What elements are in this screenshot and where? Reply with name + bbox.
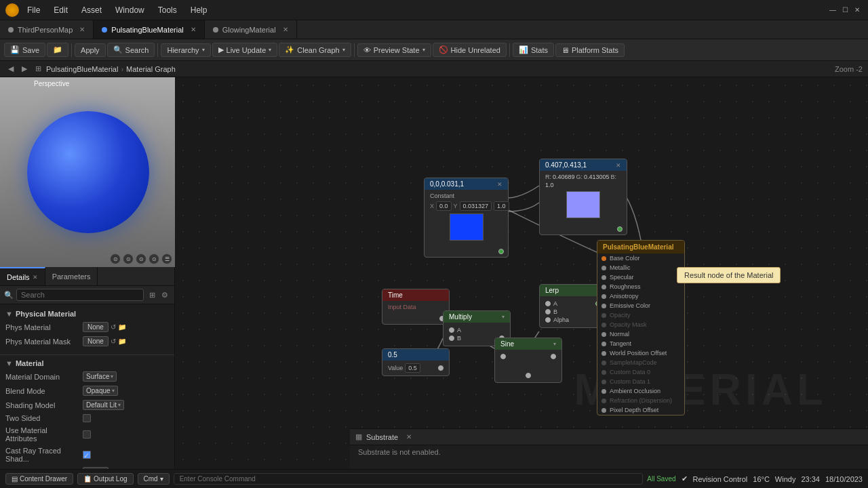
phys-material-browse-icon[interactable]: 📁 xyxy=(118,323,126,331)
mat-domain-select[interactable]: Surface ▾ xyxy=(83,371,117,382)
menu-file[interactable]: File xyxy=(24,4,43,16)
node-c1-y[interactable]: 0.031327 xyxy=(460,201,492,211)
live-update-button[interactable]: ▶ Live Update ▾ xyxy=(212,43,278,57)
blend-select[interactable]: Opaque ▾ xyxy=(83,386,118,396)
node-c1-x[interactable]: 0.0 xyxy=(436,201,452,211)
content-drawer-button[interactable]: ▤ Content Drawer xyxy=(5,473,73,485)
node-multiply-portb-port[interactable] xyxy=(449,336,454,341)
node-sine-out-port[interactable] xyxy=(551,354,556,359)
node-c1-output-port[interactable] xyxy=(498,249,504,254)
menu-tools[interactable]: Tools xyxy=(155,4,180,16)
hierarchy-button[interactable]: Hierarchy ▾ xyxy=(161,43,210,57)
breadcrumb-material[interactable]: PulsatingBlueMaterial xyxy=(46,65,118,73)
node-c2-output-port[interactable] xyxy=(617,226,623,232)
node-lerp-alpha-port[interactable] xyxy=(545,317,551,323)
left-panel: Perspective ⊙ ⊙ ⊙ ⊙ ☰ Details ✕ Paramete… xyxy=(0,77,175,469)
node-time[interactable]: Time Input Data xyxy=(382,289,450,325)
node-constant1[interactable]: 0,0,0.031,1 ✕ Constant X 0.0 Y 0.031327 … xyxy=(424,178,509,258)
vp-btn-2[interactable]: ⊙ xyxy=(123,253,134,264)
node-constant2-close[interactable]: ✕ xyxy=(616,162,621,169)
node-lerp-porta-port[interactable] xyxy=(545,301,551,306)
sidebar-grid-icon[interactable]: ⊞ xyxy=(146,289,157,300)
vp-btn-3[interactable]: ⊙ xyxy=(136,253,146,264)
breadcrumb-forward[interactable]: ▶ xyxy=(19,64,30,75)
material-preview-viewport[interactable]: Perspective ⊙ ⊙ ⊙ ⊙ ☰ xyxy=(0,77,175,267)
cmd-button[interactable]: Cmd ▾ xyxy=(138,473,170,485)
apply-label: Apply xyxy=(81,46,100,54)
tab-thirdpersonmap[interactable]: ThirdPersonMap ✕ xyxy=(0,20,94,39)
substrate-close[interactable]: ✕ xyxy=(406,433,412,441)
sidebar-search-input[interactable] xyxy=(16,289,144,301)
node-sine-expand[interactable]: ▾ xyxy=(553,341,556,347)
node-sine[interactable]: Sine ▾ xyxy=(494,338,562,383)
node-material-result[interactable]: PulsatingBlueMaterial Base Color Metalli… xyxy=(597,240,685,415)
console-input[interactable] xyxy=(174,473,644,485)
substrate-header: ▦ Substrate ✕ xyxy=(350,429,868,445)
node-c05-val[interactable]: 0.5 xyxy=(405,363,420,373)
mn-label-opacity: Opacity xyxy=(610,312,631,319)
node-sine-in-port[interactable] xyxy=(500,354,506,359)
vp-btn-1[interactable]: ⊙ xyxy=(110,253,121,264)
node-lerp-portb-port[interactable] xyxy=(545,309,551,314)
node-sine-extra-port[interactable] xyxy=(526,373,531,378)
mat-domain-value[interactable]: Surface ▾ xyxy=(83,371,169,382)
node-constant1-close[interactable]: ✕ xyxy=(497,181,502,188)
tab-details[interactable]: Details ✕ xyxy=(0,267,45,285)
clean-graph-button[interactable]: ✨ Clean Graph ▾ xyxy=(279,43,351,57)
node-constant-05[interactable]: 0.5 Value 0.5 xyxy=(382,348,450,376)
tab-glowingmaterial[interactable]: GlowingMaterial ✕ xyxy=(205,20,297,39)
breadcrumb-back[interactable]: ◀ xyxy=(5,64,16,75)
tab-close-pulsatingbluematerial[interactable]: ✕ xyxy=(191,26,196,33)
node-c05-out-port[interactable] xyxy=(438,365,443,371)
output-log-button[interactable]: 📋 Output Log xyxy=(77,473,133,485)
vp-btn-5[interactable]: ☰ xyxy=(161,253,172,264)
search-button[interactable]: 🔍 Search xyxy=(107,43,155,57)
substrate-message: Substrate is not enabled. xyxy=(358,448,441,456)
tab-details-close[interactable]: ✕ xyxy=(33,274,38,281)
two-sided-label: Two Sided xyxy=(5,414,80,422)
phys-mask-badge: None xyxy=(83,336,108,346)
section-physical-material[interactable]: ▼ Physical Material xyxy=(0,307,174,321)
tab-pulsatingbluematerial[interactable]: PulsatingBlueMaterial ✕ xyxy=(94,20,204,39)
menu-help[interactable]: Help xyxy=(188,4,210,16)
close-button[interactable]: ✕ xyxy=(852,5,863,16)
shading-select[interactable]: Default Lit ▾ xyxy=(83,400,124,410)
use-mat-checkbox[interactable] xyxy=(83,430,91,439)
section-material[interactable]: ▼ Material xyxy=(0,357,174,370)
node-multiply-expand[interactable]: ▾ xyxy=(502,314,505,320)
preview-state-button[interactable]: 👁 Preview State ▾ xyxy=(357,43,431,57)
minimize-button[interactable]: — xyxy=(827,5,838,16)
stats-button[interactable]: 📊 Stats xyxy=(513,43,554,57)
tab-close-glowingmaterial[interactable]: ✕ xyxy=(283,26,288,33)
tab-close-thirdpersonmap[interactable]: ✕ xyxy=(79,26,85,33)
apply-button[interactable]: Apply xyxy=(75,43,106,57)
platform-stats-button[interactable]: 🖥 Platform Stats xyxy=(555,43,625,57)
maximize-button[interactable]: ☐ xyxy=(840,5,850,16)
vp-btn-4[interactable]: ⊙ xyxy=(149,253,159,264)
node-lerp-portb: B xyxy=(545,308,601,315)
material-graph-area[interactable]: MATERIAL 0,0,0.031,1 ✕ Constant X xyxy=(175,77,868,469)
save-button[interactable]: 💾 Save xyxy=(4,43,45,57)
phys-mask-browse-icon[interactable]: 📁 xyxy=(118,338,126,345)
node-multiply-porta-port[interactable] xyxy=(449,327,454,333)
hide-unrelated-button[interactable]: 🚫 Hide Unrelated xyxy=(433,43,507,57)
sidebar-settings-icon[interactable]: ⚙ xyxy=(159,289,170,300)
browse-button[interactable]: 📁 xyxy=(47,43,68,57)
menu-asset[interactable]: Asset xyxy=(79,4,104,16)
node-c1-z[interactable]: 1.0 xyxy=(494,201,509,211)
phys-mask-refresh-icon[interactable]: ↺ xyxy=(111,338,116,345)
node-c2-color-preview[interactable] xyxy=(566,191,600,218)
tab-parameters[interactable]: Parameters xyxy=(45,267,98,285)
phys-material-refresh-icon[interactable]: ↺ xyxy=(111,323,116,331)
two-sided-checkbox[interactable] xyxy=(83,414,91,422)
node-constant2[interactable]: 0.407,0.413,1 ✕ R:0.40689 G:0.413005 B:1… xyxy=(539,159,627,235)
breadcrumb-graph[interactable]: Material Graph xyxy=(126,65,176,73)
mn-dot-customdata0 xyxy=(601,370,606,375)
menu-window[interactable]: Window xyxy=(113,4,147,16)
node-c1-color-preview[interactable] xyxy=(450,214,484,241)
menu-edit[interactable]: Edit xyxy=(51,4,71,16)
cast-ray-checkbox[interactable]: ✓ xyxy=(83,451,91,459)
mn-row-pixeldepth: Pixel Depth Offset xyxy=(597,405,684,415)
breadcrumb-grid[interactable]: ⊞ xyxy=(33,64,43,75)
node-lerp-porta: A xyxy=(545,300,601,307)
